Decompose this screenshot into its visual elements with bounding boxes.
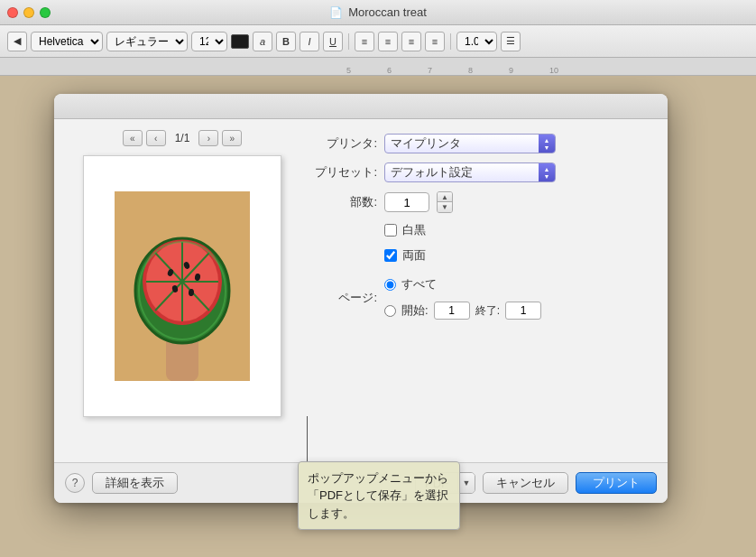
color-swatch[interactable] xyxy=(231,34,249,49)
all-pages-row: すべて xyxy=(384,276,541,292)
callout-line xyxy=(307,416,308,461)
bw-row: 白黒 xyxy=(314,222,657,238)
window-title-area: 📄 Moroccan treat xyxy=(329,5,427,19)
pages-radio-group: すべて 開始: 終了: xyxy=(384,276,541,320)
ruler-content: 5 6 7 8 9 10 xyxy=(4,58,756,75)
window-title: Moroccan treat xyxy=(348,5,427,19)
canvas-area: « ‹ 1/1 › » xyxy=(0,76,756,557)
cancel-button[interactable]: キャンセル xyxy=(483,472,568,494)
range-radio[interactable] xyxy=(384,305,396,317)
help-button[interactable]: ? xyxy=(65,473,85,493)
title-bar: 📄 Moroccan treat xyxy=(0,0,756,25)
copies-input[interactable] xyxy=(384,192,429,212)
copies-decrement[interactable]: ▼ xyxy=(438,202,452,212)
range-row: 開始: 終了: xyxy=(384,302,541,320)
ruler-tick: 9 xyxy=(509,66,513,75)
printer-value: マイプリンタ xyxy=(385,135,539,152)
dialog-body: « ‹ 1/1 › » xyxy=(54,119,668,462)
next-page-btn[interactable]: › xyxy=(198,130,218,146)
printer-dropdown[interactable]: マイプリンタ ▲ ▼ xyxy=(384,134,556,153)
underline-btn[interactable]: U xyxy=(323,32,343,51)
callout-box: ポップアップメニューから「PDFとして保存」を選択します。 xyxy=(298,461,460,531)
close-button[interactable] xyxy=(7,7,18,18)
ruler-tick: 6 xyxy=(387,66,392,75)
copies-stepper[interactable]: ▲ ▼ xyxy=(437,191,453,213)
ruler-tick: 5 xyxy=(346,66,351,75)
font-size-select[interactable]: 12 xyxy=(191,32,227,51)
traffic-lights xyxy=(7,7,51,18)
align-left-btn[interactable]: ≡ xyxy=(355,32,374,51)
from-label[interactable]: 開始: xyxy=(401,302,429,319)
ruler-tick: 10 xyxy=(549,66,558,75)
settings-pane: プリンタ: マイプリンタ ▲ ▼ プリセット: デフォルト設定 xyxy=(314,130,657,451)
italic-btn2[interactable]: I xyxy=(300,32,319,51)
maximize-button[interactable] xyxy=(40,7,51,18)
page-indicator: 1/1 xyxy=(170,132,196,144)
copies-label: 部数: xyxy=(314,194,377,210)
document-icon: 📄 xyxy=(329,6,343,19)
callout: ポップアップメニューから「PDFとして保存」を選択します。 xyxy=(298,416,460,531)
list-btn[interactable]: ☰ xyxy=(501,32,521,51)
preview-pane: « ‹ 1/1 › » xyxy=(65,130,300,451)
page-preview xyxy=(83,155,281,417)
to-label: 終了: xyxy=(475,303,500,319)
print-button[interactable]: プリント xyxy=(576,472,657,494)
copies-row: 部数: ▲ ▼ xyxy=(314,191,657,213)
duplex-row: 両面 xyxy=(314,247,657,264)
all-pages-label[interactable]: すべて xyxy=(401,276,437,292)
page-navigation: « ‹ 1/1 › » xyxy=(123,130,243,146)
duplex-checkbox[interactable] xyxy=(384,249,397,262)
first-page-btn[interactable]: « xyxy=(123,130,143,146)
bw-label[interactable]: 白黒 xyxy=(402,222,426,238)
printer-label: プリンタ: xyxy=(314,135,377,152)
font-style-select[interactable]: レギュラー xyxy=(106,32,188,51)
minimize-button[interactable] xyxy=(23,7,34,18)
align-right-btn[interactable]: ≡ xyxy=(401,32,421,51)
preset-arrows: ▲ ▼ xyxy=(539,163,555,181)
ruler: 5 6 7 8 9 10 xyxy=(0,58,756,76)
font-family-select[interactable]: Helvetica xyxy=(31,32,103,51)
copies-increment[interactable]: ▲ xyxy=(438,192,452,202)
justify-btn[interactable]: ≡ xyxy=(425,32,445,51)
arrow-up-icon: ▲ xyxy=(544,137,550,144)
callout-text: ポップアップメニューから「PDFとして保存」を選択します。 xyxy=(308,471,448,520)
last-page-btn[interactable]: » xyxy=(222,130,242,146)
ruler-tick: 7 xyxy=(428,66,432,75)
arrow-up-icon2: ▲ xyxy=(544,166,550,172)
to-input[interactable] xyxy=(505,302,541,320)
duplex-label[interactable]: 両面 xyxy=(402,247,426,264)
dialog-header xyxy=(54,94,668,119)
pages-label: ページ: xyxy=(314,290,377,306)
preset-dropdown[interactable]: デフォルト設定 ▲ ▼ xyxy=(384,162,556,182)
printer-row: プリンタ: マイプリンタ ▲ ▼ xyxy=(314,134,657,153)
preset-value: デフォルト設定 xyxy=(385,164,539,181)
preset-row: プリセット: デフォルト設定 ▲ ▼ xyxy=(314,162,657,182)
italic-btn[interactable]: a xyxy=(253,32,272,51)
arrow-down-icon: ▼ xyxy=(544,144,550,151)
toolbar-sep1 xyxy=(348,33,349,50)
preset-label: プリセット: xyxy=(314,164,377,181)
preview-image xyxy=(115,191,250,381)
from-input[interactable] xyxy=(434,302,470,320)
printer-arrows: ▲ ▼ xyxy=(539,135,555,153)
bw-checkbox[interactable] xyxy=(384,224,397,237)
prev-page-btn[interactable]: ‹ xyxy=(146,130,166,146)
line-spacing-select[interactable]: 1.0 xyxy=(456,32,497,51)
bold-btn[interactable]: B xyxy=(276,32,296,51)
align-center-btn[interactable]: ≡ xyxy=(378,32,398,51)
toolbar: ◀ Helvetica レギュラー 12 a B I U ≡ ≡ ≡ ≡ 1.0… xyxy=(0,25,756,58)
ruler-tick: 8 xyxy=(468,66,473,75)
details-button[interactable]: 詳細を表示 xyxy=(92,472,178,494)
all-pages-radio[interactable] xyxy=(384,279,396,291)
pages-section: ページ: すべて 開始: 終了: xyxy=(314,276,657,320)
back-btn[interactable]: ◀ xyxy=(7,32,27,51)
toolbar-sep2 xyxy=(450,33,451,50)
arrow-down-icon2: ▼ xyxy=(544,173,550,180)
pdf-dropdown-arrow[interactable]: ▼ xyxy=(458,473,475,493)
